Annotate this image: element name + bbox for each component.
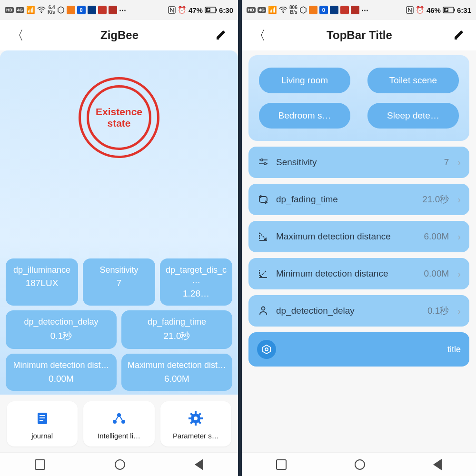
tile-sensitivity[interactable]: Sensitivity 7 xyxy=(83,258,155,306)
scene-card: Living room Toilet scene Bedroom s… Slee… xyxy=(248,55,469,141)
scene-toilet[interactable]: Toilet scene xyxy=(367,68,459,93)
page-title: TopBar Title xyxy=(327,29,392,42)
setting-max-distance[interactable]: Maximum detection distance 6.00M › xyxy=(248,221,469,252)
svg-rect-18 xyxy=(200,417,203,419)
app-icon-2: 0 xyxy=(77,6,86,14)
edit-button[interactable] xyxy=(453,30,465,41)
tile-detection-delay[interactable]: dp_detection_delay 0.1秒 xyxy=(6,310,117,349)
svg-rect-7 xyxy=(40,415,45,416)
loop-icon xyxy=(257,193,269,206)
chevron-right-icon: › xyxy=(457,194,461,205)
app-icon-4 xyxy=(98,6,107,14)
tile-fading-time[interactable]: dp_fading_time 21.0秒 xyxy=(121,310,232,349)
app-icon-3 xyxy=(330,6,338,14)
svg-rect-9 xyxy=(40,420,43,421)
phone-topbar: HD 4G 📶 806B/s 0 ⋯ ⏰ 46% 6:31 〈 TopBar T… xyxy=(238,0,476,476)
setting-detection-delay[interactable]: dp_detection_delay 0.1秒 › xyxy=(248,295,469,327)
tile-illuminance[interactable]: dp_illuminance 187LUX xyxy=(6,258,78,306)
distance-min-icon xyxy=(257,268,269,280)
status-bar: HD 4G 📶 6.4K/s 0 ⋯ ⏰ 47% 6:30 xyxy=(0,0,238,20)
hex-icon xyxy=(57,6,65,14)
extra-label: title xyxy=(447,345,461,355)
scene-bedroom[interactable]: Bedroom s… xyxy=(259,103,350,129)
setting-label: Sensitivity xyxy=(276,157,437,168)
app-icon-1 xyxy=(67,6,75,14)
alarm-icon: ⏰ xyxy=(416,6,425,14)
svg-point-0 xyxy=(41,12,42,13)
net-rate: 806B/s xyxy=(289,5,298,15)
4g-badge: 4G xyxy=(16,7,24,13)
battery-text: 47% xyxy=(188,6,203,14)
setting-value: 21.0秒 xyxy=(422,193,449,206)
action-intelligent-linkage[interactable]: Intelligent li… xyxy=(83,401,154,446)
svg-rect-8 xyxy=(40,417,45,418)
setting-fading-time[interactable]: dp_fading_time 21.0秒 › xyxy=(248,184,469,215)
app-icon-3 xyxy=(88,6,96,14)
chevron-right-icon: › xyxy=(457,157,461,168)
distance-max-icon xyxy=(257,230,269,243)
svg-rect-15 xyxy=(195,411,197,414)
nav-recent-button[interactable] xyxy=(276,459,287,470)
nav-home-button[interactable] xyxy=(355,459,365,470)
setting-sensitivity[interactable]: Sensitivity 7 › xyxy=(248,147,469,178)
nav-home-button[interactable] xyxy=(115,459,125,470)
gear-icon xyxy=(187,410,204,427)
page-title: ZigBee xyxy=(100,29,139,42)
hd-badge: HD xyxy=(247,7,256,13)
android-navbar xyxy=(0,452,238,476)
signal-icon: 📶 xyxy=(268,6,277,14)
action-journal[interactable]: journal xyxy=(7,401,78,446)
scene-sleep-detection[interactable]: Sleep dete… xyxy=(367,103,459,129)
tile-max-distance[interactable]: Maximum detection dist… 6.00M xyxy=(121,354,232,391)
signal-icon: 📶 xyxy=(26,6,35,14)
setting-label: dp_detection_delay xyxy=(276,306,421,317)
scene-living-room[interactable]: Living room xyxy=(259,68,350,93)
android-navbar xyxy=(242,452,476,476)
alarm-icon: ⏰ xyxy=(178,6,187,14)
phone-zigbee: HD 4G 📶 6.4K/s 0 ⋯ ⏰ 47% 6:30 〈 ZigBee xyxy=(0,0,238,476)
net-rate: 6.4K/s xyxy=(48,5,55,15)
svg-rect-4 xyxy=(216,9,217,11)
nav-back-button[interactable] xyxy=(433,459,442,470)
tile-target-distance[interactable]: dp_target_dis_c… 1.28… xyxy=(160,258,232,306)
chevron-right-icon: › xyxy=(457,231,461,242)
svg-marker-35 xyxy=(263,345,270,354)
svg-marker-24 xyxy=(300,7,306,13)
setting-label: Maximum detection distance xyxy=(276,231,417,242)
app-icon-1 xyxy=(309,6,317,14)
wifi-icon xyxy=(279,7,288,13)
wifi-icon xyxy=(37,7,46,13)
more-icon: ⋯ xyxy=(361,6,368,14)
svg-rect-17 xyxy=(188,417,191,419)
svg-rect-27 xyxy=(454,9,455,11)
back-button[interactable]: 〈 xyxy=(11,27,24,44)
setting-value: 0.00M xyxy=(424,268,449,279)
edit-button[interactable] xyxy=(215,30,227,41)
clock-text: 6:30 xyxy=(219,6,233,14)
more-icon: ⋯ xyxy=(119,6,126,14)
svg-point-14 xyxy=(194,416,198,420)
action-parameter-settings[interactable]: Parameter s… xyxy=(160,401,231,446)
app-icon-5 xyxy=(109,6,117,14)
svg-point-36 xyxy=(265,348,268,351)
person-icon xyxy=(257,305,269,317)
setting-min-distance[interactable]: Minimum detection distance 0.00M › xyxy=(248,258,469,289)
hex-icon xyxy=(299,6,307,14)
svg-point-30 xyxy=(261,159,263,161)
setting-value: 6.00M xyxy=(424,231,449,242)
tile-min-distance[interactable]: Minimum detection dist… 0.00M xyxy=(6,354,117,391)
nav-back-button[interactable] xyxy=(195,459,203,470)
hd-badge: HD xyxy=(5,7,14,13)
svg-point-32 xyxy=(264,163,266,165)
nav-recent-button[interactable] xyxy=(35,459,45,470)
battery-icon xyxy=(205,7,217,13)
presence-indicator: Existencestate xyxy=(6,58,232,258)
back-button[interactable]: 〈 xyxy=(253,27,266,44)
extra-title-row[interactable]: title xyxy=(248,332,469,367)
chevron-right-icon: › xyxy=(457,268,461,279)
battery-icon xyxy=(443,7,455,13)
app-icon-4 xyxy=(340,6,349,14)
linkage-icon xyxy=(110,410,128,427)
app-header: 〈 ZigBee xyxy=(0,20,238,50)
svg-rect-16 xyxy=(195,423,197,426)
